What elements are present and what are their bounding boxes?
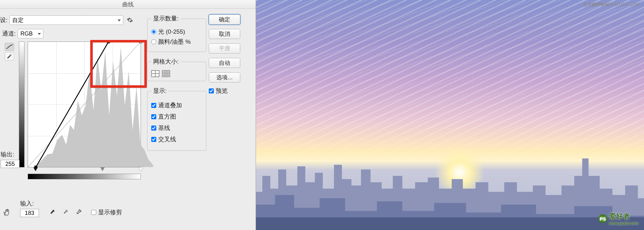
options-button[interactable]: 选项... bbox=[209, 72, 240, 82]
curve-tool-point[interactable] bbox=[5, 43, 14, 51]
curves-graph[interactable] bbox=[28, 42, 141, 167]
dialog-title: 曲线 bbox=[0, 0, 256, 9]
show-histogram[interactable]: 直方图 bbox=[151, 113, 202, 121]
preview-image: 思缘设计论坛 WWW.MISSYUAN.COM PS 爱好者 www.psahz… bbox=[256, 0, 644, 230]
preset-label: 设: bbox=[0, 16, 9, 24]
watermark-top-url: WWW.MISSYUAN.COM bbox=[592, 2, 640, 7]
ok-button[interactable]: 确定 bbox=[209, 14, 240, 25]
white-point-slider[interactable] bbox=[139, 167, 143, 171]
gear-icon[interactable] bbox=[126, 16, 134, 24]
annotation-highlight-box bbox=[90, 40, 147, 88]
radio-light[interactable]: 光 (0-255) bbox=[151, 28, 202, 36]
input-gradient bbox=[28, 174, 141, 179]
preview-checkbox[interactable]: 预览 bbox=[209, 87, 252, 95]
input-slider[interactable] bbox=[28, 167, 141, 172]
show-baseline[interactable]: 基线 bbox=[151, 124, 202, 132]
eyedropper-white-icon[interactable] bbox=[74, 209, 83, 216]
gray-point-slider[interactable] bbox=[100, 167, 105, 171]
curve-tool-pencil[interactable] bbox=[5, 52, 14, 60]
display-amount-legend: 显示数量: bbox=[151, 14, 180, 23]
show-legend: 显示: bbox=[151, 87, 169, 95]
auto-button[interactable]: 自动 bbox=[209, 58, 240, 68]
watermark-bottom: PS 爱好者 www.psahz.com bbox=[598, 212, 638, 226]
smooth-button: 平滑 bbox=[209, 43, 240, 53]
show-group: 显示: 通道叠加 直方图 基线 交叉线 bbox=[147, 87, 206, 151]
output-gradient bbox=[19, 42, 25, 167]
black-point-slider[interactable] bbox=[33, 167, 38, 171]
display-amount-group: 显示数量: 光 (0-255) 颜料/油墨 % bbox=[147, 14, 206, 52]
city-skyline bbox=[256, 147, 644, 230]
grid-fine-button[interactable] bbox=[162, 70, 170, 77]
output-value-input[interactable] bbox=[1, 160, 19, 168]
output-label: 输出: bbox=[1, 150, 19, 159]
curves-dialog: 曲线 设: 自定 通道: RGB bbox=[0, 0, 256, 230]
eyedropper-black-icon[interactable] bbox=[48, 209, 57, 216]
show-intersection[interactable]: 交叉线 bbox=[151, 135, 202, 143]
input-label: 输入: bbox=[20, 199, 39, 208]
preset-select[interactable]: 自定 bbox=[9, 15, 123, 25]
show-channel-overlay[interactable]: 通道叠加 bbox=[151, 101, 202, 109]
cancel-button[interactable]: 取消 bbox=[209, 29, 240, 39]
grid-size-group: 网格大小: bbox=[147, 58, 206, 81]
radio-pigment[interactable]: 颜料/油墨 % bbox=[151, 38, 202, 46]
svg-rect-4 bbox=[256, 217, 644, 230]
watermark-logo-icon: PS bbox=[598, 214, 607, 223]
hand-tool-icon[interactable] bbox=[1, 208, 14, 217]
input-value-input[interactable] bbox=[20, 209, 39, 217]
eyedropper-gray-icon[interactable] bbox=[61, 209, 70, 216]
preview-label: 预览 bbox=[216, 87, 228, 95]
show-clipping-checkbox[interactable]: 显示修剪 bbox=[91, 208, 122, 216]
channel-select[interactable]: RGB bbox=[18, 29, 43, 38]
show-clipping-label: 显示修剪 bbox=[98, 208, 122, 216]
channel-label: 通道: bbox=[0, 30, 18, 38]
grid-size-legend: 网格大小: bbox=[151, 58, 180, 66]
